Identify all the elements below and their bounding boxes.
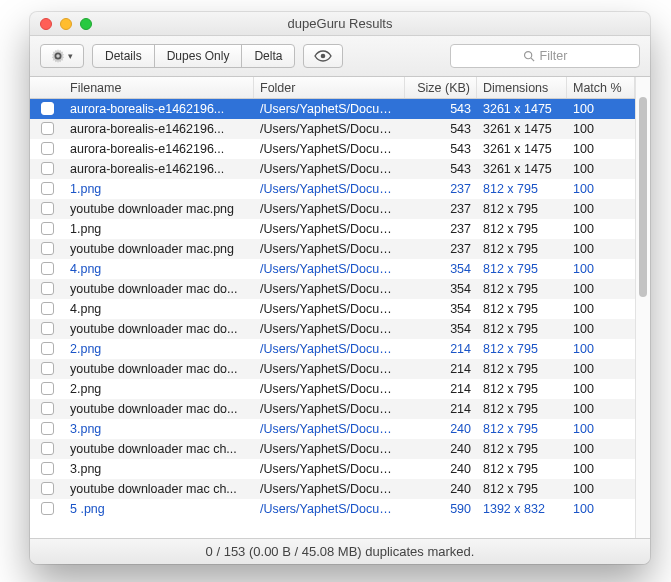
table-row[interactable]: youtube downloader mac do.../Users/Yaphe… [30,319,635,339]
column-match[interactable]: Match % [567,77,635,98]
eye-icon [314,50,332,62]
row-checkbox[interactable] [30,280,64,297]
cell-dimensions: 812 x 795 [477,460,567,478]
table-row[interactable]: youtube downloader mac ch.../Users/Yaphe… [30,439,635,459]
cell-dimensions: 1392 x 832 [477,500,567,518]
cell-dimensions: 812 x 795 [477,380,567,398]
cell-folder: /Users/YaphetS/Docume... [254,340,405,358]
cell-match: 100 [567,280,635,298]
details-button[interactable]: Details [92,44,155,68]
cell-folder: /Users/YaphetS/Docume... [254,280,405,298]
row-checkbox[interactable] [30,440,64,457]
row-checkbox[interactable] [30,100,64,117]
cell-dimensions: 3261 x 1475 [477,100,567,118]
cell-filename: 2.png [64,340,254,358]
svg-point-1 [524,52,531,59]
cell-size: 214 [405,340,477,358]
table-row[interactable]: youtube downloader mac do.../Users/Yaphe… [30,399,635,419]
table-row[interactable]: aurora-borealis-e1462196.../Users/Yaphet… [30,99,635,119]
cell-folder: /Users/YaphetS/Docume... [254,420,405,438]
column-size[interactable]: Size (KB) [405,77,477,98]
app-window: dupeGuru Results ▾ Details Dupes Only De… [30,12,650,564]
row-checkbox[interactable] [30,460,64,477]
table-row[interactable]: 2.png/Users/YaphetS/Docume...214812 x 79… [30,379,635,399]
row-checkbox[interactable] [30,360,64,377]
cell-size: 354 [405,300,477,318]
cell-dimensions: 812 x 795 [477,360,567,378]
quicklook-button[interactable] [303,44,343,68]
row-checkbox[interactable] [30,380,64,397]
cell-size: 240 [405,460,477,478]
cell-size: 354 [405,320,477,338]
cell-size: 543 [405,140,477,158]
row-checkbox[interactable] [30,340,64,357]
table-row[interactable]: youtube downloader mac.png/Users/YaphetS… [30,199,635,219]
row-checkbox[interactable] [30,160,64,177]
cell-size: 354 [405,260,477,278]
cell-filename: 2.png [64,380,254,398]
search-input[interactable]: Filter [450,44,640,68]
cell-match: 100 [567,100,635,118]
cell-folder: /Users/YaphetS/Docume... [254,480,405,498]
table-row[interactable]: youtube downloader mac do.../Users/Yaphe… [30,279,635,299]
column-dimensions[interactable]: Dimensions [477,77,567,98]
column-filename[interactable]: Filename [64,77,254,98]
cell-match: 100 [567,260,635,278]
table-row[interactable]: aurora-borealis-e1462196.../Users/Yaphet… [30,119,635,139]
column-checkbox[interactable] [30,77,64,98]
cell-folder: /Users/YaphetS/Docume... [254,320,405,338]
delta-button[interactable]: Delta [241,44,295,68]
row-checkbox[interactable] [30,320,64,337]
cell-match: 100 [567,140,635,158]
row-checkbox[interactable] [30,120,64,137]
cell-dimensions: 3261 x 1475 [477,120,567,138]
cell-dimensions: 3261 x 1475 [477,140,567,158]
cell-folder: /Users/YaphetS/Docume... [254,460,405,478]
table-row[interactable]: 4.png/Users/YaphetS/Docume...354812 x 79… [30,299,635,319]
table-row[interactable]: 4.png/Users/YaphetS/Docume...354812 x 79… [30,259,635,279]
vertical-scrollbar[interactable] [635,77,650,538]
table-row[interactable]: 3.png/Users/YaphetS/Docume...240812 x 79… [30,459,635,479]
cell-match: 100 [567,320,635,338]
table-row[interactable]: aurora-borealis-e1462196.../Users/Yaphet… [30,139,635,159]
search-placeholder: Filter [540,49,568,63]
row-checkbox[interactable] [30,400,64,417]
cell-size: 240 [405,480,477,498]
table-row[interactable]: 1.png/Users/YaphetS/Docume...237812 x 79… [30,179,635,199]
row-checkbox[interactable] [30,300,64,317]
table-row[interactable]: aurora-borealis-e1462196.../Users/Yaphet… [30,159,635,179]
cell-match: 100 [567,340,635,358]
row-checkbox[interactable] [30,480,64,497]
cell-folder: /Users/YaphetS/Docume... [254,180,405,198]
cell-size: 543 [405,100,477,118]
row-checkbox[interactable] [30,200,64,217]
column-folder[interactable]: Folder [254,77,405,98]
row-checkbox[interactable] [30,260,64,277]
cell-folder: /Users/YaphetS/Docume... [254,500,405,518]
svg-point-0 [321,54,326,59]
cell-filename: youtube downloader mac.png [64,200,254,218]
cell-filename: youtube downloader mac.png [64,240,254,258]
actions-menu-button[interactable]: ▾ [40,44,84,68]
scrollbar-thumb[interactable] [639,97,647,297]
table-row[interactable]: youtube downloader mac do.../Users/Yaphe… [30,359,635,379]
cell-match: 100 [567,440,635,458]
dupes-only-button[interactable]: Dupes Only [154,44,243,68]
row-checkbox[interactable] [30,240,64,257]
row-checkbox[interactable] [30,420,64,437]
row-checkbox[interactable] [30,140,64,157]
cell-dimensions: 812 x 795 [477,400,567,418]
table-row[interactable]: 2.png/Users/YaphetS/Docume...214812 x 79… [30,339,635,359]
row-checkbox[interactable] [30,220,64,237]
table-row[interactable]: 3.png/Users/YaphetS/Docume...240812 x 79… [30,419,635,439]
cell-filename: aurora-borealis-e1462196... [64,120,254,138]
table-row[interactable]: 1.png/Users/YaphetS/Docume...237812 x 79… [30,219,635,239]
table-row[interactable]: 5 .png/Users/YaphetS/Docume...5901392 x … [30,499,635,519]
cell-dimensions: 3261 x 1475 [477,160,567,178]
cell-filename: 5 .png [64,500,254,518]
row-checkbox[interactable] [30,500,64,517]
row-checkbox[interactable] [30,180,64,197]
titlebar: dupeGuru Results [30,12,650,36]
table-row[interactable]: youtube downloader mac ch.../Users/Yaphe… [30,479,635,499]
table-row[interactable]: youtube downloader mac.png/Users/YaphetS… [30,239,635,259]
